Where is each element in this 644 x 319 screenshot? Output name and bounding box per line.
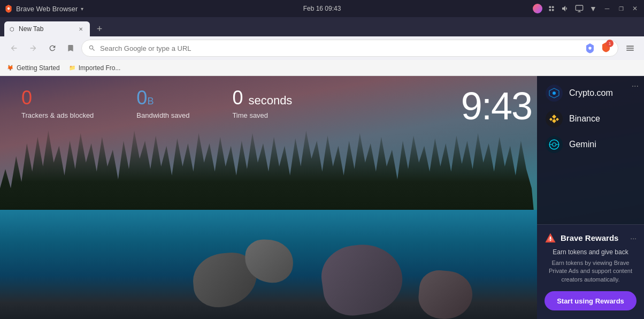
rewards-title-text: Brave Rewards	[561, 233, 618, 242]
crypto-com-logo	[546, 85, 563, 102]
start-rewards-button[interactable]: Start using Rewards	[545, 291, 637, 310]
bandwidth-value: 0B	[136, 87, 189, 109]
back-button[interactable]	[6, 41, 21, 56]
crypto-com-label: Crypto.com	[569, 88, 613, 98]
gemini-logo	[546, 136, 563, 153]
minimize-button[interactable]: ─	[602, 4, 612, 13]
brave-logo-icon	[4, 4, 13, 13]
stat-time: 0 seconds Time saved	[232, 87, 292, 119]
new-tab-button[interactable]: +	[92, 21, 107, 36]
title-bar: Brave Web Browser ▾ Feb 16 09:43 ▼ ─ ❐	[0, 0, 644, 17]
hamburger-menu-button[interactable]	[623, 41, 638, 56]
bookmark-label-1: Getting Started	[17, 64, 60, 72]
sponsored-images-section: Crypto.com Binance	[537, 76, 644, 157]
svg-rect-19	[550, 237, 551, 239]
stat-trackers: 0 Trackers & ads blocked	[21, 87, 94, 119]
extensions-icon[interactable]	[547, 4, 556, 13]
bookmark-label-2: Imported Fro...	[79, 64, 121, 72]
dropdown-icon[interactable]: ▾	[81, 6, 83, 12]
svg-marker-11	[549, 118, 553, 121]
trackers-label: Trackers & ads blocked	[21, 111, 94, 119]
clock-time: 9:43	[461, 84, 532, 128]
close-button[interactable]: ✕	[630, 4, 640, 13]
bookmark-button[interactable]	[64, 42, 77, 55]
audio-icon[interactable]	[561, 4, 570, 13]
brave-rewards-logo-icon	[545, 232, 556, 244]
svg-marker-12	[552, 119, 556, 123]
restore-button[interactable]: ❐	[616, 4, 626, 13]
svg-rect-4	[576, 5, 582, 10]
notification-badge: 1	[606, 40, 614, 47]
stat-bandwidth: 0B Bandwidth saved	[136, 87, 189, 119]
tab-close-icon[interactable]: ✕	[77, 25, 85, 33]
new-tab-page: 0 Trackers & ads blocked 0B Bandwidth sa…	[0, 76, 644, 319]
time-value: 0 seconds	[232, 87, 292, 109]
gemini-label: Gemini	[569, 140, 596, 149]
rewards-nav-icon[interactable]: 1	[601, 42, 611, 55]
brave-rewards-section: Brave Rewards ··· Earn tokens and give b…	[537, 224, 644, 319]
svg-point-2	[549, 9, 551, 11]
svg-point-1	[552, 6, 554, 8]
svg-marker-9	[552, 115, 556, 119]
svg-point-8	[553, 92, 556, 95]
sponsor-gemini[interactable]: Gemini	[546, 136, 635, 153]
tab-label: New Tab	[19, 25, 73, 33]
panel-options-dots[interactable]: ···	[632, 81, 639, 91]
sponsor-crypto-com[interactable]: Crypto.com	[546, 85, 635, 102]
tab-bar: ⬡ New Tab ✕ +	[0, 17, 644, 36]
bookmarks-bar: 🦊 Getting Started 📁 Imported Fro...	[0, 60, 644, 76]
reload-button[interactable]	[45, 41, 60, 56]
forward-button[interactable]	[26, 41, 41, 56]
bookmark-getting-started[interactable]: 🦊 Getting Started	[6, 64, 60, 72]
rewards-options-dots[interactable]: ···	[630, 234, 637, 242]
svg-point-20	[550, 240, 551, 241]
tab-favicon: ⬡	[10, 26, 14, 32]
display-icon[interactable]	[574, 4, 584, 13]
browser-title: Brave Web Browser	[16, 5, 78, 13]
rewards-description-text: Earn tokens by viewing Brave Private Ads…	[545, 259, 637, 284]
svg-point-3	[552, 9, 554, 11]
binance-label: Binance	[569, 114, 600, 124]
rewards-tagline-text: Earn tokens and give back	[545, 248, 637, 256]
url-input[interactable]	[100, 44, 579, 52]
svg-point-0	[549, 6, 551, 8]
title-bar-left: Brave Web Browser ▾	[4, 4, 533, 13]
bookmark-favicon-2: 📁	[68, 64, 76, 72]
datetime-display: Feb 16 09:43	[303, 5, 341, 12]
trackers-value: 0	[21, 87, 94, 109]
right-panel: ··· Crypto.com	[537, 76, 644, 319]
brave-shield-icon[interactable]	[584, 42, 596, 55]
title-bar-right: ▼ ─ ❐ ✕	[533, 4, 640, 13]
search-icon	[88, 44, 96, 52]
bookmark-favicon-1: 🦊	[6, 64, 14, 72]
navigation-bar: 1	[0, 36, 644, 60]
active-tab[interactable]: ⬡ New Tab ✕	[4, 21, 90, 36]
binance-logo	[546, 110, 563, 127]
system-icon[interactable]: ▼	[588, 4, 598, 13]
stats-section: 0 Trackers & ads blocked 0B Bandwidth sa…	[21, 87, 292, 119]
sponsor-binance[interactable]: Binance	[546, 110, 635, 127]
svg-marker-10	[556, 118, 559, 121]
profile-icon[interactable]	[533, 4, 542, 13]
rewards-title-row: Brave Rewards	[545, 232, 618, 244]
bookmark-imported[interactable]: 📁 Imported Fro...	[68, 64, 121, 72]
svg-point-14	[553, 143, 556, 147]
rewards-header: Brave Rewards ···	[545, 232, 637, 244]
address-bar[interactable]: 1	[81, 40, 618, 57]
bandwidth-label: Bandwidth saved	[136, 111, 189, 119]
time-label: Time saved	[232, 111, 292, 119]
